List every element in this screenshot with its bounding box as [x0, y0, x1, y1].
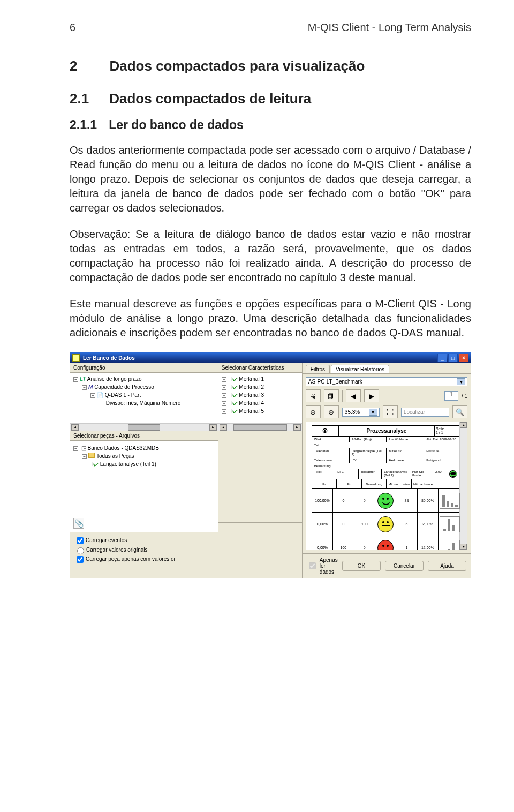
heading-2-text: Dados compactados para visualização [109, 58, 365, 74]
ok-button[interactable]: OK [342, 561, 381, 571]
page-total: / 1 [462, 393, 467, 399]
page-current[interactable]: 1 [444, 391, 458, 401]
check-load-part-values[interactable]: Carregar peça apenas com valores or [74, 554, 214, 565]
right-tabs: Filtros Visualizar Relatórios [303, 363, 471, 374]
mini-chart [439, 536, 461, 550]
zoom-out-button[interactable]: ⊖ [306, 405, 321, 418]
app-icon [72, 354, 80, 362]
load-options: Carregar eventos Carregar valores origin… [70, 532, 218, 568]
scrollbar-horizontal[interactable]: ◂▸ [70, 423, 218, 431]
check-load-original[interactable]: Carregar valores originais [74, 546, 214, 554]
report-select[interactable]: AS-PC-LT_Benchmark [306, 377, 467, 386]
report-title: Prozessanalyse [339, 426, 434, 436]
titlebar[interactable]: Ler Banco de Dados _ □ × [70, 352, 471, 363]
heading-4-number: 2.1.1 [70, 118, 97, 132]
window-title: Ler Banco de Dados [83, 355, 135, 361]
page-header: 6 M-QIS Client - Long Term Analysis [70, 21, 471, 34]
export-button[interactable]: 🗐 [324, 389, 339, 402]
smiley-red-icon [375, 536, 396, 550]
report-page-label: Seite 1 / 1 [434, 426, 461, 436]
tree-node[interactable]: Capacidade do Processo [94, 384, 154, 390]
close-button[interactable]: × [459, 354, 468, 362]
mini-chart [439, 513, 461, 536]
maximize-button[interactable]: □ [448, 354, 458, 362]
tree-node[interactable]: Merkmal 4 [239, 400, 264, 406]
report-toolbar-1: 🖨 🗐 ◀ ▶ 1 / 1 [306, 389, 467, 402]
characteristics-label: Selecionar Características [218, 363, 302, 373]
read-only-check[interactable]: Apenas ler dados [307, 557, 338, 575]
heading-3-number: 2.1 [70, 91, 89, 107]
help-button[interactable]: Ajuda [428, 561, 466, 571]
zoom-select[interactable]: 35.3% [342, 408, 380, 417]
parts-tree[interactable]: − ◳ Banco Dados - QDAS32.MDB −Todas as P… [70, 441, 218, 532]
scrollbar-horizontal[interactable]: ◂▸ [218, 423, 302, 431]
page-header-title: M-QIS Client - Long Term Analysis [308, 21, 471, 34]
folder-icon [88, 453, 95, 458]
page-number: 6 [70, 21, 75, 34]
print-button[interactable]: 🖨 [306, 389, 321, 402]
dialog-window: Ler Banco de Dados _ □ × Configuração −L… [70, 352, 471, 578]
config-tree[interactable]: −LT Análise de longo prazo −M Capacidade… [70, 373, 218, 423]
scrollbar-vertical[interactable] [459, 422, 467, 550]
left-panel: Configuração −LT Análise de longo prazo … [70, 363, 218, 578]
heading-3-text: Dados compactados de leitura [109, 91, 311, 107]
tree-node[interactable]: Merkmal 3 [239, 392, 264, 398]
heading-4-text: Ler do banco de dados [109, 118, 244, 132]
prev-page-button[interactable]: ◀ [346, 389, 361, 402]
fit-button[interactable]: ⛶ [383, 405, 398, 418]
select-parts-label: Selecionar peças - Arquivos [70, 431, 218, 441]
report-logo: ⦿ [312, 426, 339, 436]
zoom-in-button[interactable]: ⊕ [324, 405, 339, 418]
characteristics-tree[interactable]: + ⸽✔ Merkmal 1 + ⸽✔ Merkmal 2 + ⸽✔ Merkm… [218, 373, 302, 423]
paragraph-3: Este manual descreve as funções e opções… [70, 297, 471, 340]
check-load-events[interactable]: Carregar eventos [74, 536, 214, 546]
tab-filters[interactable]: Filtros [306, 365, 330, 373]
paragraph-2: Observação: Se a leitura de diálogo banc… [70, 227, 471, 285]
attachment-icon[interactable]: 📎 [73, 518, 84, 529]
tree-node[interactable]: Q-DAS 1 - Part [105, 392, 141, 398]
report-toolbar-2: ⊖ ⊕ 35.3% ⛶ Localizar 🔍 [306, 405, 467, 418]
config-label: Configuração [70, 363, 218, 373]
tree-node[interactable]: Merkmal 1 [239, 376, 264, 382]
tree-node[interactable]: Divisão: mês, Máquina Número [106, 400, 181, 406]
heading-2-number: 2 [70, 58, 77, 74]
minimize-button[interactable]: _ [437, 354, 447, 362]
tree-node[interactable]: Banco Dados - QDAS32.MDB [88, 445, 159, 451]
header-rule [70, 36, 471, 36]
tree-node[interactable]: Todas as Peças [96, 453, 134, 459]
heading-4: 2.1.1 Ler do banco de dados [70, 118, 471, 132]
find-input[interactable]: Localizar [401, 408, 449, 417]
mini-chart [439, 489, 461, 513]
document-page: 6 M-QIS Client - Long Term Analysis 2 Da… [0, 0, 514, 611]
tree-node[interactable]: Merkmal 2 [239, 384, 264, 390]
heading-3: 2.1 Dados compactados de leitura [70, 91, 471, 107]
characteristics-panel: Selecionar Características + ⸽✔ Merkmal … [218, 363, 303, 578]
smiley-green-icon [375, 489, 396, 513]
next-page-button[interactable]: ▶ [364, 389, 379, 402]
paragraph-1: Os dados anteriormente compactada pode s… [70, 143, 471, 215]
report-preview[interactable]: ⦿ Prozessanalyse Seite 1 / 1 Werk AS-Par… [306, 422, 467, 550]
heading-2: 2 Dados compactados para visualização [70, 58, 471, 74]
tab-view-reports[interactable]: Visualizar Relatórios [331, 365, 389, 373]
tree-node[interactable]: Langzeitanalyse (Teil 1) [100, 461, 156, 467]
right-panel: Filtros Visualizar Relatórios AS-PC-LT_B… [303, 363, 471, 578]
cancel-button[interactable]: Cancelar [385, 561, 424, 571]
tree-node[interactable]: Merkmal 5 [239, 408, 264, 414]
dialog-footer: Apenas ler dados OK Cancelar Ajuda [303, 553, 471, 578]
tree-node[interactable]: Análise de longo prazo [87, 376, 142, 382]
smiley-yellow-icon [375, 513, 396, 536]
find-button[interactable]: 🔍 [452, 405, 467, 418]
